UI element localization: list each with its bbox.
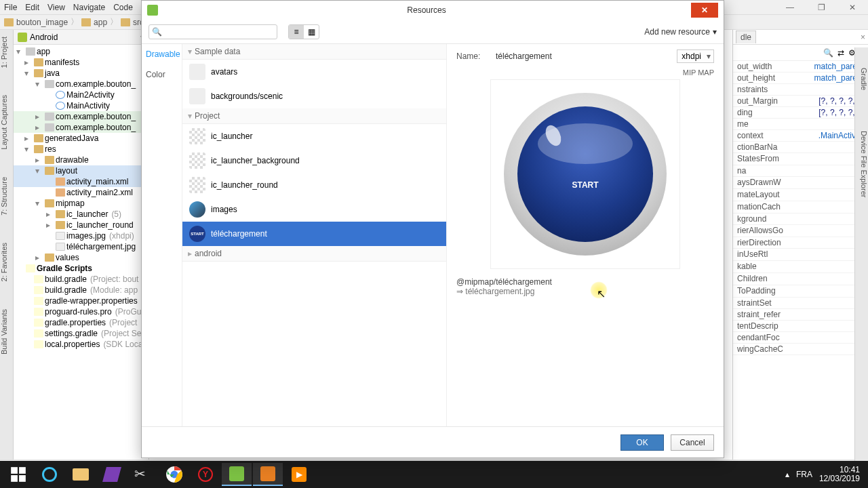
tree-row[interactable]: ▸generatedJava	[14, 133, 149, 144]
attr-row[interactable]: aysDrawnW	[733, 177, 868, 189]
tab-gradle[interactable]: dle	[736, 30, 756, 43]
taskbar-tools[interactable]: ✂	[128, 463, 158, 486]
attr-row[interactable]: straintSet	[733, 298, 868, 309]
breadcrumb-item[interactable]: app	[94, 18, 107, 27]
restore-button[interactable]: ❐	[806, 0, 837, 15]
tree-row[interactable]: ▸com.example.bouton_	[14, 111, 149, 122]
tree-row[interactable]: ▸ic_launcher_round	[14, 220, 149, 230]
minimize-button[interactable]: —	[774, 0, 806, 15]
attr-row[interactable]: ding[?, ?, ?, ?, ?]	[733, 107, 868, 119]
resource-section[interactable]: ▾Project	[182, 108, 446, 124]
close-icon[interactable]: ×	[861, 33, 865, 42]
attr-row[interactable]: straint_refer	[733, 309, 868, 321]
category-color[interactable]: Color	[146, 70, 178, 79]
attr-row[interactable]: nstraints	[733, 84, 868, 96]
attr-row[interactable]: Children	[733, 273, 868, 285]
sidetab[interactable]: 2: Favorites	[0, 243, 13, 281]
search-input[interactable]	[162, 27, 274, 37]
resource-item[interactable]: avatars	[182, 60, 446, 84]
taskbar-chrome[interactable]	[159, 463, 189, 486]
sidetab[interactable]: Gradle	[855, 68, 868, 90]
start-menu-button[interactable]	[3, 463, 33, 486]
attr-row[interactable]: out_heightmatch_parent	[733, 73, 868, 84]
resource-list[interactable]: ▾Sample dataavatarsbackgrounds/scenic▾Pr…	[182, 44, 447, 426]
tray-up-icon[interactable]: ▴	[785, 470, 789, 479]
taskbar-android-studio[interactable]	[222, 463, 252, 486]
menu-view[interactable]: View	[47, 3, 65, 12]
menu-file[interactable]: File	[4, 3, 17, 12]
sidetab[interactable]: 1: Project	[0, 37, 13, 68]
dialog-titlebar[interactable]: Resources ✕	[142, 1, 724, 20]
tree-row[interactable]: proguard-rules.pro(ProGu	[14, 306, 149, 317]
resource-item[interactable]: STARTtéléchargement	[182, 222, 446, 246]
tree-row[interactable]: build.gradle(Project: bout	[14, 274, 149, 285]
tree-row[interactable]: ▸drawable	[14, 155, 149, 165]
resource-item[interactable]: ic_launcher_background	[182, 148, 446, 173]
taskbar-yandex[interactable]: Y	[191, 463, 220, 486]
taskbar-app-2[interactable]	[253, 463, 283, 486]
resource-item[interactable]: ic_launcher	[182, 124, 446, 148]
attr-row[interactable]: me	[733, 119, 868, 130]
category-drawable[interactable]: Drawable	[146, 49, 178, 59]
attr-row[interactable]: kable	[733, 261, 868, 273]
attr-row[interactable]: inUseRtl	[733, 249, 868, 261]
attr-row[interactable]: wingCacheC	[733, 344, 868, 355]
menu-navigate[interactable]: Navigate	[73, 3, 105, 12]
link-icon[interactable]: ⇄	[837, 48, 844, 58]
resource-item[interactable]: backgrounds/scenic	[182, 84, 446, 108]
grid-view-button[interactable]: ▦	[304, 25, 319, 39]
tree-row[interactable]: ▾mipmap	[14, 198, 149, 209]
close-button[interactable]: ✕	[837, 0, 868, 15]
sidetab[interactable]: Device File Explorer	[855, 131, 868, 197]
tree-row[interactable]: ▾res	[14, 144, 149, 155]
tray-lang[interactable]: FRA	[796, 470, 812, 479]
tree-row[interactable]: Main2Activity	[14, 89, 149, 100]
tree-row[interactable]: local.properties(SDK Loca	[14, 339, 149, 350]
menu-edit[interactable]: Edit	[25, 3, 39, 12]
attr-row[interactable]: context.MainActivity	[733, 130, 868, 142]
taskbar-ie[interactable]	[35, 463, 64, 486]
tree-row[interactable]: activity_main2.xml	[14, 187, 149, 198]
project-tree[interactable]: ▾app▸manifests▾java▾com.example.bouton_M…	[14, 45, 149, 460]
attr-row[interactable]: out_Margin[?, ?, ?, ?, ?]	[733, 96, 868, 107]
sidetab[interactable]: Layout Captures	[0, 95, 13, 150]
attributes-list[interactable]: out_widthmatch_parentout_heightmatch_par…	[733, 61, 868, 460]
tray-clock[interactable]: 10:41 12/03/2019	[819, 466, 860, 483]
attr-row[interactable]: rierAllowsGo	[733, 225, 868, 237]
search-icon[interactable]: 🔍	[823, 48, 833, 58]
attr-row[interactable]: mationCach	[733, 201, 868, 214]
project-header-label[interactable]: Android	[30, 33, 58, 42]
tree-row[interactable]: ▾layout	[14, 165, 149, 176]
tree-row[interactable]: ▸com.example.bouton_	[14, 122, 149, 133]
density-select[interactable]: xhdpi	[677, 49, 714, 63]
tree-row[interactable]: ▸manifests	[14, 57, 149, 68]
tree-row[interactable]: build.gradle(Module: app	[14, 285, 149, 296]
cancel-button[interactable]: Cancel	[671, 434, 714, 451]
taskbar-explorer[interactable]	[66, 463, 96, 486]
tree-row[interactable]: gradle.properties(Project	[14, 317, 149, 328]
tree-row[interactable]: MainActivity	[14, 100, 149, 111]
attr-row[interactable]: rierDirection	[733, 237, 868, 249]
tree-row[interactable]: settings.gradle(Project Se	[14, 328, 149, 339]
attr-row[interactable]: na	[733, 165, 868, 177]
menu-code[interactable]: Code	[113, 3, 133, 12]
dialog-close-button[interactable]: ✕	[691, 3, 718, 18]
ok-button[interactable]: OK	[620, 434, 664, 451]
sidetab[interactable]: 7: Structure	[0, 177, 13, 216]
tree-row[interactable]: ▾java	[14, 68, 149, 79]
taskbar-player[interactable]: ▶	[284, 463, 314, 486]
tree-row[interactable]: ▾app	[14, 46, 149, 57]
resource-item[interactable]: ic_launcher_round	[182, 173, 446, 197]
attr-row[interactable]: ToPadding	[733, 285, 868, 298]
tree-row[interactable]: ▸values	[14, 252, 149, 263]
attr-row[interactable]: out_widthmatch_parent	[733, 61, 868, 73]
tree-row[interactable]: images.jpg(xhdpi)	[14, 230, 149, 241]
resource-item[interactable]: images	[182, 197, 446, 222]
tree-row[interactable]: ▾com.example.bouton_	[14, 79, 149, 89]
tree-row[interactable]: ▸ic_launcher(5)	[14, 209, 149, 220]
attr-row[interactable]: kground	[733, 214, 868, 225]
add-new-resource-button[interactable]: Add new resource▾	[644, 27, 717, 37]
list-view-button[interactable]: ≡	[289, 25, 304, 39]
breadcrumb-item[interactable]: bouton_image	[16, 18, 68, 27]
tree-row[interactable]: Gradle Scripts	[14, 263, 149, 274]
